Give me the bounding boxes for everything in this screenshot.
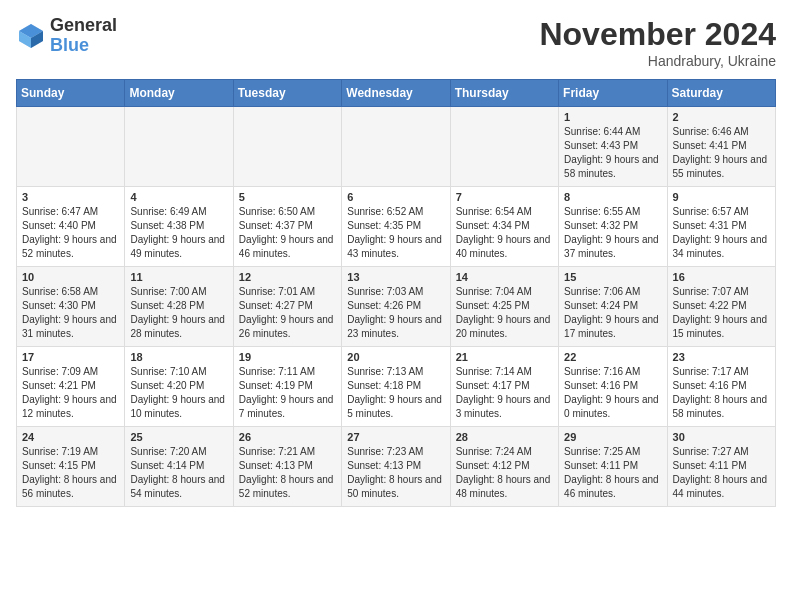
day-number: 23 [673, 351, 770, 363]
logo-general: General [50, 16, 117, 36]
day-info: Sunrise: 6:44 AM Sunset: 4:43 PM Dayligh… [564, 125, 661, 181]
day-number: 13 [347, 271, 444, 283]
day-cell: 8Sunrise: 6:55 AM Sunset: 4:32 PM Daylig… [559, 187, 667, 267]
month-title: November 2024 [539, 16, 776, 53]
day-info: Sunrise: 7:06 AM Sunset: 4:24 PM Dayligh… [564, 285, 661, 341]
day-cell: 16Sunrise: 7:07 AM Sunset: 4:22 PM Dayli… [667, 267, 775, 347]
day-number: 12 [239, 271, 336, 283]
day-number: 22 [564, 351, 661, 363]
day-number: 5 [239, 191, 336, 203]
day-info: Sunrise: 7:04 AM Sunset: 4:25 PM Dayligh… [456, 285, 553, 341]
day-cell: 10Sunrise: 6:58 AM Sunset: 4:30 PM Dayli… [17, 267, 125, 347]
day-info: Sunrise: 7:01 AM Sunset: 4:27 PM Dayligh… [239, 285, 336, 341]
day-info: Sunrise: 6:46 AM Sunset: 4:41 PM Dayligh… [673, 125, 770, 181]
day-info: Sunrise: 7:03 AM Sunset: 4:26 PM Dayligh… [347, 285, 444, 341]
day-cell: 15Sunrise: 7:06 AM Sunset: 4:24 PM Dayli… [559, 267, 667, 347]
day-info: Sunrise: 7:00 AM Sunset: 4:28 PM Dayligh… [130, 285, 227, 341]
day-cell: 5Sunrise: 6:50 AM Sunset: 4:37 PM Daylig… [233, 187, 341, 267]
header-day-friday: Friday [559, 80, 667, 107]
day-info: Sunrise: 7:17 AM Sunset: 4:16 PM Dayligh… [673, 365, 770, 421]
day-cell: 11Sunrise: 7:00 AM Sunset: 4:28 PM Dayli… [125, 267, 233, 347]
day-info: Sunrise: 6:54 AM Sunset: 4:34 PM Dayligh… [456, 205, 553, 261]
header-day-thursday: Thursday [450, 80, 558, 107]
day-info: Sunrise: 7:13 AM Sunset: 4:18 PM Dayligh… [347, 365, 444, 421]
day-cell: 26Sunrise: 7:21 AM Sunset: 4:13 PM Dayli… [233, 427, 341, 507]
day-info: Sunrise: 7:16 AM Sunset: 4:16 PM Dayligh… [564, 365, 661, 421]
day-info: Sunrise: 7:23 AM Sunset: 4:13 PM Dayligh… [347, 445, 444, 501]
day-info: Sunrise: 7:25 AM Sunset: 4:11 PM Dayligh… [564, 445, 661, 501]
day-cell: 14Sunrise: 7:04 AM Sunset: 4:25 PM Dayli… [450, 267, 558, 347]
header-day-saturday: Saturday [667, 80, 775, 107]
header-day-sunday: Sunday [17, 80, 125, 107]
day-info: Sunrise: 6:55 AM Sunset: 4:32 PM Dayligh… [564, 205, 661, 261]
day-info: Sunrise: 7:11 AM Sunset: 4:19 PM Dayligh… [239, 365, 336, 421]
day-info: Sunrise: 6:50 AM Sunset: 4:37 PM Dayligh… [239, 205, 336, 261]
day-info: Sunrise: 7:14 AM Sunset: 4:17 PM Dayligh… [456, 365, 553, 421]
calendar-table: SundayMondayTuesdayWednesdayThursdayFrid… [16, 79, 776, 507]
day-cell: 24Sunrise: 7:19 AM Sunset: 4:15 PM Dayli… [17, 427, 125, 507]
day-cell: 1Sunrise: 6:44 AM Sunset: 4:43 PM Daylig… [559, 107, 667, 187]
day-cell: 12Sunrise: 7:01 AM Sunset: 4:27 PM Dayli… [233, 267, 341, 347]
week-row-2: 3Sunrise: 6:47 AM Sunset: 4:40 PM Daylig… [17, 187, 776, 267]
day-cell: 18Sunrise: 7:10 AM Sunset: 4:20 PM Dayli… [125, 347, 233, 427]
day-info: Sunrise: 6:58 AM Sunset: 4:30 PM Dayligh… [22, 285, 119, 341]
day-info: Sunrise: 7:07 AM Sunset: 4:22 PM Dayligh… [673, 285, 770, 341]
day-info: Sunrise: 7:27 AM Sunset: 4:11 PM Dayligh… [673, 445, 770, 501]
title-block: November 2024 Handrabury, Ukraine [539, 16, 776, 69]
logo: General Blue [16, 16, 117, 56]
day-number: 18 [130, 351, 227, 363]
week-row-5: 24Sunrise: 7:19 AM Sunset: 4:15 PM Dayli… [17, 427, 776, 507]
day-number: 26 [239, 431, 336, 443]
day-number: 9 [673, 191, 770, 203]
day-cell: 19Sunrise: 7:11 AM Sunset: 4:19 PM Dayli… [233, 347, 341, 427]
day-cell: 20Sunrise: 7:13 AM Sunset: 4:18 PM Dayli… [342, 347, 450, 427]
logo-icon [16, 21, 46, 51]
logo-blue: Blue [50, 36, 117, 56]
day-number: 15 [564, 271, 661, 283]
day-info: Sunrise: 7:09 AM Sunset: 4:21 PM Dayligh… [22, 365, 119, 421]
week-row-4: 17Sunrise: 7:09 AM Sunset: 4:21 PM Dayli… [17, 347, 776, 427]
day-number: 27 [347, 431, 444, 443]
calendar-body: 1Sunrise: 6:44 AM Sunset: 4:43 PM Daylig… [17, 107, 776, 507]
day-number: 25 [130, 431, 227, 443]
day-cell: 25Sunrise: 7:20 AM Sunset: 4:14 PM Dayli… [125, 427, 233, 507]
day-number: 29 [564, 431, 661, 443]
day-info: Sunrise: 6:57 AM Sunset: 4:31 PM Dayligh… [673, 205, 770, 261]
day-number: 16 [673, 271, 770, 283]
day-number: 7 [456, 191, 553, 203]
day-cell [233, 107, 341, 187]
calendar-header: SundayMondayTuesdayWednesdayThursdayFrid… [17, 80, 776, 107]
week-row-3: 10Sunrise: 6:58 AM Sunset: 4:30 PM Dayli… [17, 267, 776, 347]
day-number: 21 [456, 351, 553, 363]
location: Handrabury, Ukraine [539, 53, 776, 69]
day-number: 1 [564, 111, 661, 123]
day-cell: 30Sunrise: 7:27 AM Sunset: 4:11 PM Dayli… [667, 427, 775, 507]
day-number: 8 [564, 191, 661, 203]
day-cell: 4Sunrise: 6:49 AM Sunset: 4:38 PM Daylig… [125, 187, 233, 267]
header-day-monday: Monday [125, 80, 233, 107]
day-number: 24 [22, 431, 119, 443]
day-cell: 17Sunrise: 7:09 AM Sunset: 4:21 PM Dayli… [17, 347, 125, 427]
day-info: Sunrise: 7:21 AM Sunset: 4:13 PM Dayligh… [239, 445, 336, 501]
day-number: 4 [130, 191, 227, 203]
day-cell [342, 107, 450, 187]
day-info: Sunrise: 7:20 AM Sunset: 4:14 PM Dayligh… [130, 445, 227, 501]
day-cell: 2Sunrise: 6:46 AM Sunset: 4:41 PM Daylig… [667, 107, 775, 187]
day-info: Sunrise: 7:24 AM Sunset: 4:12 PM Dayligh… [456, 445, 553, 501]
header-day-tuesday: Tuesday [233, 80, 341, 107]
day-info: Sunrise: 7:10 AM Sunset: 4:20 PM Dayligh… [130, 365, 227, 421]
day-cell [450, 107, 558, 187]
day-cell: 3Sunrise: 6:47 AM Sunset: 4:40 PM Daylig… [17, 187, 125, 267]
page-header: General Blue November 2024 Handrabury, U… [16, 16, 776, 69]
day-number: 3 [22, 191, 119, 203]
day-info: Sunrise: 6:49 AM Sunset: 4:38 PM Dayligh… [130, 205, 227, 261]
day-cell: 29Sunrise: 7:25 AM Sunset: 4:11 PM Dayli… [559, 427, 667, 507]
day-cell [125, 107, 233, 187]
day-number: 14 [456, 271, 553, 283]
day-number: 19 [239, 351, 336, 363]
day-info: Sunrise: 7:19 AM Sunset: 4:15 PM Dayligh… [22, 445, 119, 501]
day-number: 6 [347, 191, 444, 203]
header-row: SundayMondayTuesdayWednesdayThursdayFrid… [17, 80, 776, 107]
day-cell: 6Sunrise: 6:52 AM Sunset: 4:35 PM Daylig… [342, 187, 450, 267]
day-cell: 22Sunrise: 7:16 AM Sunset: 4:16 PM Dayli… [559, 347, 667, 427]
